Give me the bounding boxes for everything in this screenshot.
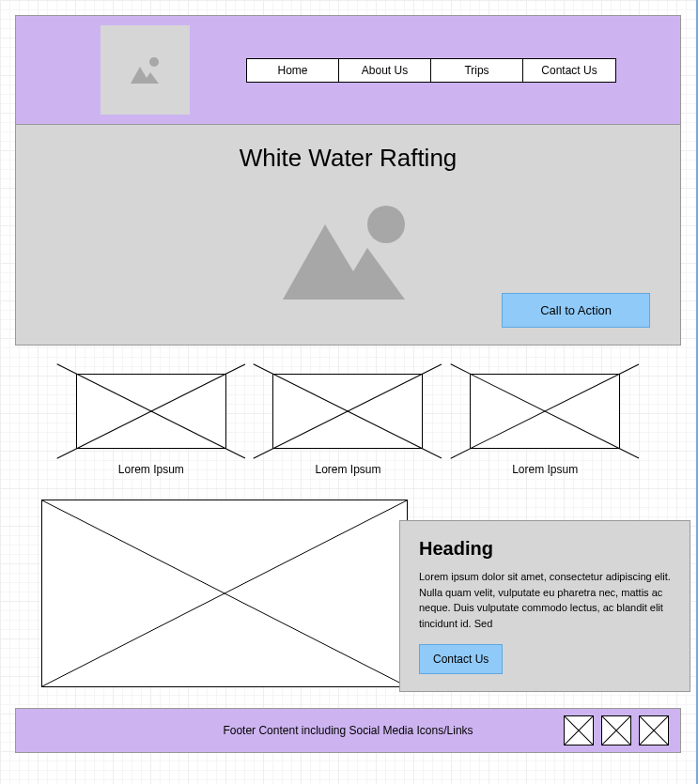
footer-text: Footer Content including Social Media Ic… <box>223 724 473 737</box>
bottom-section: Heading Lorem ipsum dolor sit amet, cons… <box>41 500 681 687</box>
overlay-text: Lorem ipsum dolor sit amet, consectetur … <box>419 569 671 631</box>
card-image-placeholder <box>76 374 226 449</box>
overlay-box: Heading Lorem ipsum dolor sit amet, cons… <box>399 520 690 692</box>
logo-placeholder <box>101 25 190 115</box>
footer-icons <box>564 715 669 746</box>
card-image-placeholder <box>272 374 423 449</box>
footer: Footer Content including Social Media Ic… <box>15 708 681 753</box>
nav-trips[interactable]: Trips <box>431 59 523 82</box>
image-icon <box>273 196 424 318</box>
social-icon[interactable] <box>601 715 631 746</box>
card-3: Lorem Ipsum <box>470 374 620 476</box>
card-2: Lorem Ipsum <box>272 374 423 476</box>
hero-section: White Water Rafting Call to Action <box>15 125 681 346</box>
large-image-placeholder <box>41 500 408 687</box>
contact-us-button[interactable]: Contact Us <box>419 644 503 674</box>
cta-button[interactable]: Call to Action <box>502 293 650 328</box>
nav-about-us[interactable]: About Us <box>339 59 431 82</box>
overlay-heading: Heading <box>419 538 671 560</box>
social-icon[interactable] <box>639 715 669 746</box>
card-image-placeholder <box>470 374 620 449</box>
hero-title: White Water Rafting <box>16 144 680 173</box>
card-label: Lorem Ipsum <box>76 463 226 476</box>
card-label: Lorem Ipsum <box>272 463 423 476</box>
card-1: Lorem Ipsum <box>76 374 226 476</box>
social-icon[interactable] <box>564 715 594 746</box>
nav-home[interactable]: Home <box>247 59 339 82</box>
main-nav: Home About Us Trips Contact Us <box>246 58 616 83</box>
image-icon <box>127 52 164 89</box>
svg-point-1 <box>367 206 405 243</box>
cards-row: Lorem Ipsum Lorem Ipsum Lorem Ipsum <box>15 374 681 476</box>
header: Home About Us Trips Contact Us <box>15 15 681 125</box>
svg-point-0 <box>149 57 159 67</box>
card-label: Lorem Ipsum <box>470 463 620 476</box>
nav-contact-us[interactable]: Contact Us <box>523 59 615 82</box>
